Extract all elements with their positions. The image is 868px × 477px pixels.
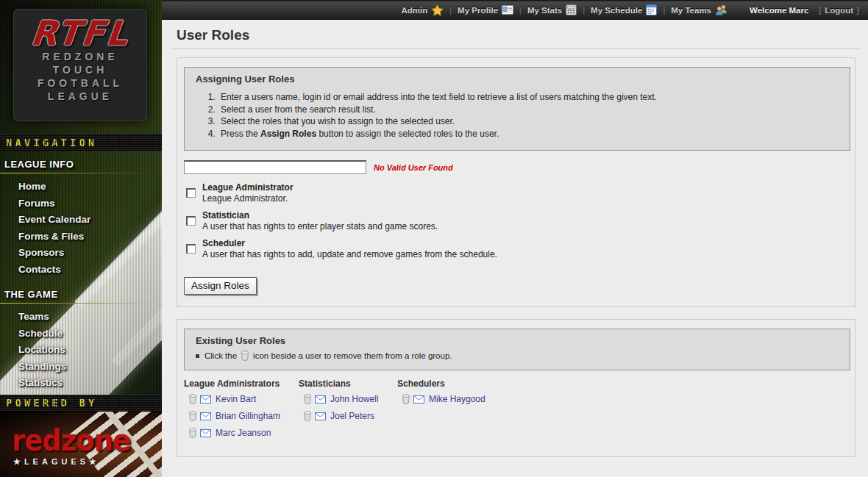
topbar-separator: | <box>583 6 585 15</box>
instruction-item: Press the Assign Roles button to assign … <box>218 128 839 140</box>
vcard-icon <box>502 5 513 15</box>
remove-user-button[interactable] <box>188 394 197 404</box>
topbar-item-my-teams[interactable]: My Teams <box>669 4 729 15</box>
assigning-instructions-box: Assigning User Roles Enter a users name,… <box>184 67 850 151</box>
user-row: Brian Gillingham <box>188 411 299 421</box>
user-search-input[interactable] <box>184 160 366 174</box>
league-info-items: Home Forums Event Calendar Forms & Files… <box>0 173 162 278</box>
trash-icon <box>402 394 410 404</box>
powered-by-banner-label: POWERED BY <box>6 397 97 409</box>
section-title-league-info: LEAGUE INFO <box>0 159 162 170</box>
role-groups: League Administrators Kevin Bart Brian G… <box>184 370 850 453</box>
redzone-leagues-logo[interactable]: redzone ★LEAGUES★ <box>0 412 162 477</box>
sidebar-item-standings[interactable]: Standings <box>0 359 162 376</box>
group-title: Schedulers <box>397 379 512 389</box>
trash-icon <box>188 428 197 438</box>
instruction-item: Select the roles that you wish to assign… <box>218 115 839 128</box>
topbar-item-label: My Profile <box>458 6 498 15</box>
topbar-separator: | <box>519 6 522 15</box>
page: User Roles Assigning User Roles Enter a … <box>162 20 868 477</box>
email-user-button[interactable] <box>315 395 326 404</box>
no-valid-user-message: No Valid User Found <box>374 163 453 172</box>
role-row-league-administrator[interactable]: League Administrator League Administrato… <box>184 182 850 204</box>
sidebar-item-home[interactable]: Home <box>0 179 162 196</box>
user-name: Mike Haygood <box>429 394 485 404</box>
role-description: A user that has rights to enter player s… <box>202 221 438 232</box>
topbar-item-my-stats[interactable]: My Stats <box>526 4 578 15</box>
email-user-button[interactable] <box>315 412 326 420</box>
email-icon <box>315 412 326 420</box>
group-title: Statisticians <box>299 379 397 389</box>
sidebar-item-forms-files[interactable]: Forms & Files <box>0 229 162 245</box>
role-text: Scheduler A user that has rights to add,… <box>202 238 497 259</box>
redzone-logo-name: redzone <box>12 423 130 457</box>
role-text: League Administrator League Administrato… <box>202 182 294 204</box>
title-divider <box>171 49 861 49</box>
powered-by-banner: POWERED BY <box>0 395 162 412</box>
user-name: Brian Gillingham <box>216 411 280 421</box>
sidebar-item-locations[interactable]: Locations <box>0 342 162 359</box>
topbar-item-label: Admin <box>401 6 427 15</box>
topbar-item-label: My Teams <box>671 6 711 15</box>
email-user-button[interactable] <box>200 412 211 420</box>
sidebar-item-contacts[interactable]: Contacts <box>0 262 162 279</box>
topbar-item-admin[interactable]: Admin <box>399 4 445 16</box>
content-area: Admin | My Profile | My Stats | My Sched… <box>162 0 868 477</box>
email-icon <box>413 395 424 404</box>
topbar-item-label: My Schedule <box>591 6 642 15</box>
role-checkbox-league-administrator[interactable] <box>186 188 196 198</box>
logout-group: [ Logout ] <box>819 6 859 15</box>
sidebar-item-event-calendar[interactable]: Event Calendar <box>0 212 162 229</box>
star-glyph: ★ <box>89 457 100 466</box>
group-league-administrators: League Administrators Kevin Bart Brian G… <box>184 379 299 445</box>
topbar-item-my-profile[interactable]: My Profile <box>456 5 515 15</box>
group-schedulers: Schedulers Mike Haygood <box>397 379 512 445</box>
user-row: Mike Haygood <box>402 394 512 404</box>
rtfl-logo-line: LEAGUE <box>13 90 147 103</box>
user-row: Marc Jeanson <box>188 428 299 438</box>
sidebar-item-schedule[interactable]: Schedule <box>0 326 162 342</box>
role-row-scheduler[interactable]: Scheduler A user that has rights to add,… <box>184 238 850 259</box>
star-glyph: ★ <box>13 457 24 466</box>
star-icon <box>431 4 444 16</box>
role-text: Statistician A user that has rights to e… <box>202 210 438 232</box>
trash-icon <box>303 411 312 421</box>
email-icon <box>200 395 211 404</box>
welcome-text: Welcome Marc <box>750 6 808 15</box>
sidebar-item-forums[interactable]: Forums <box>0 196 162 212</box>
email-user-button[interactable] <box>200 395 211 404</box>
user-search-row: No Valid User Found <box>184 160 850 174</box>
the-game-items: Teams Schedule Locations Standings Stati… <box>0 304 162 392</box>
sidebar-item-sponsors[interactable]: Sponsors <box>0 245 162 262</box>
role-row-statistician[interactable]: Statistician A user that has rights to e… <box>184 210 850 232</box>
role-checkbox-statistician[interactable] <box>186 216 196 226</box>
sidebar-item-teams[interactable]: Teams <box>0 309 162 326</box>
navigation-banner-label: NAVIGATION <box>6 137 97 148</box>
role-checkbox-scheduler[interactable] <box>186 244 196 254</box>
logout-link[interactable]: Logout <box>825 6 853 15</box>
sidebar-section-the-game: THE GAME Teams Schedule Locations Standi… <box>0 281 162 395</box>
trash-icon <box>303 394 312 404</box>
bracket: [ <box>819 6 822 15</box>
email-user-button[interactable] <box>413 395 424 404</box>
role-checkbox-list: League Administrator League Administrato… <box>184 182 850 259</box>
bracket: ] <box>856 6 859 15</box>
sidebar-item-statistics[interactable]: Statistics <box>0 375 162 392</box>
assigning-header: Assigning User Roles <box>196 73 839 85</box>
topbar-item-my-schedule[interactable]: My Schedule <box>589 4 658 15</box>
instruction-item: Select a user from the search result lis… <box>218 104 839 116</box>
user-row: Kevin Bart <box>188 394 299 404</box>
email-icon <box>315 395 326 404</box>
remove-user-button[interactable] <box>188 428 197 438</box>
user-name: Kevin Bart <box>216 394 256 404</box>
remove-user-button[interactable] <box>303 394 312 404</box>
trash-icon <box>188 394 197 404</box>
remove-user-button[interactable] <box>402 394 410 404</box>
user-name: John Howell <box>330 394 378 404</box>
remove-user-button[interactable] <box>303 411 312 421</box>
assign-roles-button[interactable]: Assign Roles <box>184 277 257 295</box>
user-row: Joel Peters <box>303 411 397 421</box>
user-name: Marc Jeanson <box>216 428 271 438</box>
remove-user-button[interactable] <box>188 411 197 421</box>
email-user-button[interactable] <box>200 429 211 437</box>
